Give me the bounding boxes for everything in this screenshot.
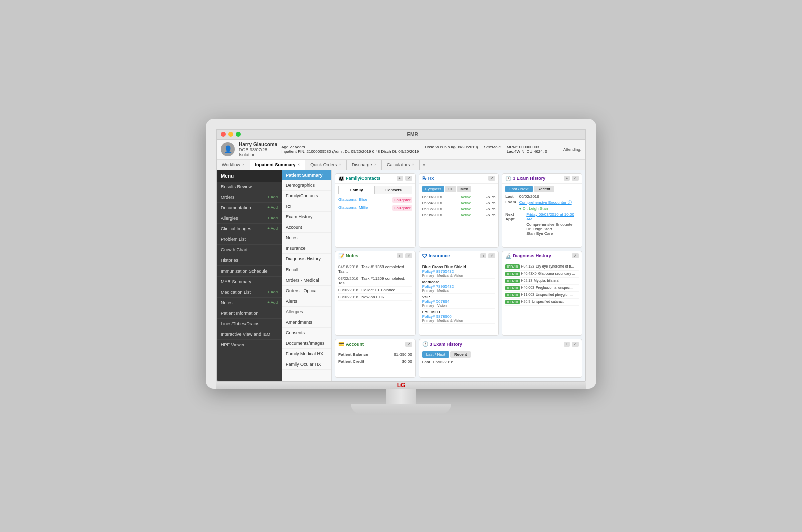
exam-history-top-tabs: Last / Next Recent: [505, 186, 579, 192]
sidebar-item-problem-list[interactable]: Problem List: [217, 234, 282, 245]
nav-panel-item-demographics[interactable]: Demographics: [282, 180, 331, 191]
nav-panel-item-family-medical[interactable]: Family Medical HX: [282, 349, 331, 359]
nav-panel-item-rx[interactable]: Rx: [282, 201, 331, 212]
sidebar-item-mar[interactable]: MAR Summary: [217, 277, 282, 287]
account-widget: 💳 Account ⤢ Patient Balance $1,696.00: [335, 339, 416, 377]
exam-history-bottom-expand-btn[interactable]: ⤢: [572, 342, 579, 347]
avatar: 👤: [221, 142, 235, 156]
close-button[interactable]: [221, 132, 226, 137]
sidebar-item-histories[interactable]: Histories: [217, 255, 282, 266]
sidebar-header: Menu: [217, 170, 282, 182]
diagnosis-expand-btn[interactable]: ⤢: [572, 253, 579, 258]
sidebar-item-notes[interactable]: Notes + Add: [217, 298, 282, 308]
sidebar-item-patient-info[interactable]: Patient Information: [217, 308, 282, 319]
contact-name-1[interactable]: Glaucoma, Millie: [338, 205, 368, 211]
exam-history-top-expand-btn[interactable]: ⤢: [572, 176, 579, 181]
sidebar-item-hpf[interactable]: HPF Viewer: [217, 340, 282, 350]
nav-panel-item-account[interactable]: Account: [282, 222, 331, 233]
contact-name-0[interactable]: Glaucoma, Elise: [338, 197, 367, 203]
exam-history-top-add-btn[interactable]: +: [564, 176, 570, 181]
notes-body: 04/16/2016 Task #11358 completed. Tas...…: [335, 261, 415, 303]
sidebar-item-immunization[interactable]: Immunization Schedule: [217, 266, 282, 277]
sidebar-add-allergies[interactable]: + Add: [267, 216, 278, 220]
family-tab-contacts[interactable]: Contacts: [375, 186, 412, 194]
rx-tab-med[interactable]: Med: [457, 186, 471, 192]
exam-bottom-tab-recent[interactable]: Recent: [450, 351, 471, 358]
insurance-header: 🛡 Insurance + ⤢: [419, 251, 499, 261]
sidebar-item-allergies[interactable]: Allergies + Add: [217, 213, 282, 224]
rx-tab-cl[interactable]: CL: [445, 186, 456, 192]
nav-panel-item-amendments[interactable]: Amendments: [282, 317, 331, 328]
account-expand-btn[interactable]: ⤢: [405, 342, 412, 347]
nav-panel-item-notes[interactable]: Notes: [282, 233, 331, 243]
bottom-last-date: 06/02/2016: [433, 360, 453, 364]
sidebar-add-documentation[interactable]: + Add: [267, 205, 278, 210]
family-contacts-expand-btn[interactable]: ⤢: [405, 176, 412, 181]
exam-bottom-tab-last-next[interactable]: Last / Next: [422, 351, 449, 358]
tab-quick-orders[interactable]: Quick Orders ×: [305, 160, 347, 170]
nav-panel-item-insurance[interactable]: Insurance: [282, 243, 331, 254]
sidebar-item-clinical-images[interactable]: Clinical Images + Add: [217, 224, 282, 234]
family-contacts-add-btn[interactable]: +: [397, 176, 403, 181]
ins-row-2: VSP Policy# 567894 Primary - Vision: [422, 294, 496, 309]
tab-workflow-close[interactable]: ×: [242, 162, 245, 167]
family-tab-family[interactable]: Family: [338, 186, 375, 194]
insurance-add-btn[interactable]: +: [480, 253, 486, 258]
diagnosis-history-title: 🔬 Diagnosis History: [505, 253, 551, 259]
exam-tab-recent[interactable]: Recent: [534, 186, 554, 192]
insurance-expand-btn[interactable]: ⤢: [488, 253, 495, 258]
sidebar-item-medication-list[interactable]: Medication List + Add: [217, 287, 282, 298]
sidebar-item-results-review[interactable]: Results Review: [217, 182, 282, 192]
tab-discharge[interactable]: Discharge ×: [347, 160, 382, 170]
rx-row-1: 05/24/2016 Active -6.75: [422, 200, 496, 206]
maximize-button[interactable]: [236, 132, 241, 137]
next-appt-link[interactable]: Friday 06/03/2016 at 10:00 AM: [526, 212, 579, 221]
tab-more[interactable]: »: [420, 160, 428, 170]
family-contacts-title: 👨‍👩‍👧 Family/Contacts: [338, 176, 381, 181]
nav-panel-item-allergies[interactable]: Allergies: [282, 307, 331, 317]
nav-panel-item-consents[interactable]: Consents: [282, 328, 331, 338]
sidebar-add-orders[interactable]: + Add: [267, 195, 278, 199]
exam-tab-last-next[interactable]: Last / Next: [505, 186, 532, 192]
sidebar-item-interactive-view[interactable]: Interactive View and I&O: [217, 329, 282, 340]
nav-panel-item-exam-history[interactable]: Exam History: [282, 212, 331, 222]
tab-inpatient-summary[interactable]: Inpatient Summary ×: [250, 160, 306, 170]
exam-history-bottom-add-btn[interactable]: +: [564, 342, 570, 347]
insurance-body: Blue Cross Blue Shield Policy# 89765432 …: [419, 261, 499, 326]
sidebar-add-notes[interactable]: + Add: [267, 300, 278, 305]
nav-panel-item-recall[interactable]: Recall: [282, 264, 331, 275]
contact-relation-1: Daughter: [392, 205, 412, 211]
insurance-widget: 🛡 Insurance + ⤢ Blue Cross Blue Shield: [419, 251, 499, 336]
sidebar-item-orders[interactable]: Orders + Add: [217, 192, 282, 203]
exam-link[interactable]: Comprehensive Encounter ⓘ: [519, 200, 572, 205]
notes-add-btn[interactable]: +: [397, 253, 403, 258]
tab-quick-orders-close[interactable]: ×: [339, 162, 341, 167]
tab-calculators-close[interactable]: ×: [412, 162, 414, 167]
nav-panel-item-diagnosis-history[interactable]: Diagnosis History: [282, 254, 331, 264]
title-bar: EMR: [217, 130, 585, 140]
nav-panel-item-alerts[interactable]: Alerts: [282, 296, 331, 307]
nav-panel-item-documents[interactable]: Documents/Images: [282, 338, 331, 349]
sidebar-add-clinical-images[interactable]: + Add: [267, 226, 278, 231]
sidebar-item-documentation[interactable]: Documentation + Add: [217, 203, 282, 213]
tab-inpatient-close[interactable]: ×: [298, 162, 300, 167]
nav-panel-item-orders-medical[interactable]: Orders - Medical: [282, 275, 331, 286]
notes-widget: 📝 Notes + ⤢ 04/16/2016 Task #1135: [335, 251, 416, 336]
account-row-1: Patient Credit $0.00: [338, 358, 412, 365]
sidebar-item-growth-chart[interactable]: Growth Chart: [217, 245, 282, 255]
nav-panel-item-orders-optical[interactable]: Orders - Optical: [282, 286, 331, 296]
rx-tab-eyeglass[interactable]: Eyeglass: [422, 186, 444, 192]
tab-discharge-close[interactable]: ×: [374, 162, 376, 167]
rx-expand-btn[interactable]: ⤢: [488, 176, 495, 181]
minimize-button[interactable]: [228, 132, 233, 137]
nav-panel-item-family-ocular[interactable]: Family Ocular HX: [282, 359, 331, 370]
note-row-3: 03/02/2016 New on EHR: [338, 294, 412, 301]
nav-panel-item-family-contacts[interactable]: Family/Contacts: [282, 191, 331, 201]
tab-calculators[interactable]: Calculators ×: [382, 160, 420, 170]
diag-row-5: ICD-10 H26.9 Unspecified cataract: [505, 299, 579, 306]
sidebar-item-lines[interactable]: Lines/Tubes/Drains: [217, 319, 282, 329]
tab-workflow[interactable]: Workflow ×: [217, 160, 250, 170]
notes-expand-btn[interactable]: ⤢: [405, 253, 412, 258]
sidebar-add-medication[interactable]: + Add: [267, 290, 278, 294]
diag-row-4: ICD-10 H11.003 Unspecified pterygium...: [505, 292, 579, 299]
